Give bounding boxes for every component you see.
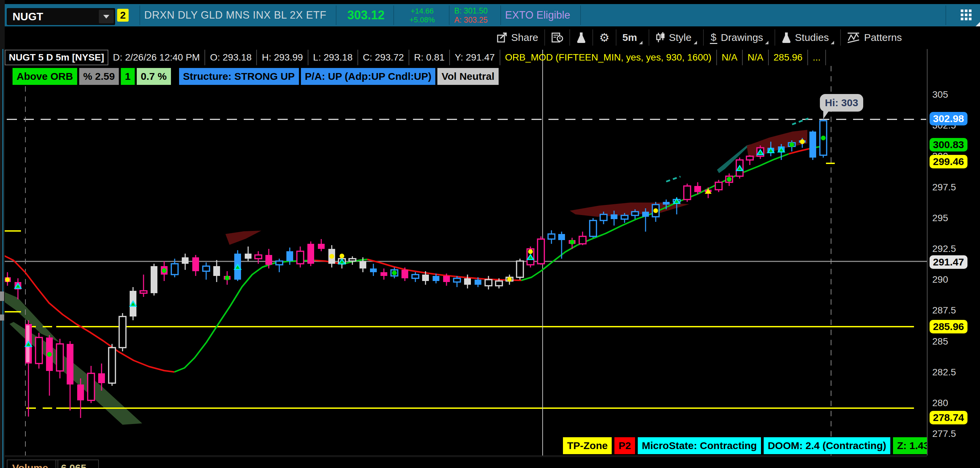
- analysis-tools-button[interactable]: [570, 28, 592, 47]
- candle-body: [579, 236, 586, 244]
- candle-body: [192, 257, 199, 271]
- status-badge: Structure: STRONG UP: [179, 68, 299, 85]
- candle-body: [464, 278, 471, 285]
- chevron-down-icon: [765, 41, 768, 44]
- green-dot-marker: [162, 268, 167, 273]
- candle-body: [360, 261, 366, 268]
- change-absolute: +14.66: [397, 7, 447, 16]
- volume-value: 6,065: [56, 460, 99, 468]
- candle-body: [67, 344, 73, 384]
- axis-tick-label: 282.5: [932, 367, 956, 378]
- axis-price-bubble: 278.74: [929, 411, 967, 424]
- status-badge: Vol Neutral: [437, 68, 499, 85]
- yellow-dot-marker: [507, 277, 512, 282]
- drawings-label: Drawings: [721, 32, 763, 43]
- link-group-badge[interactable]: 2: [117, 9, 129, 22]
- yellow-dot-marker: [5, 277, 10, 282]
- axis-tick-label: 285: [932, 336, 948, 347]
- axis-price-bubble: 299.46: [929, 155, 967, 168]
- left-panel-handle[interactable]: [0, 314, 4, 320]
- bid-value: B: 301.50: [454, 6, 502, 16]
- dollar-icon: $: [710, 32, 718, 44]
- indicator-cloud: [747, 130, 807, 160]
- bid-ask: B: 301.50 A: 303.25: [452, 6, 502, 25]
- gear-icon: ⚙: [599, 32, 609, 43]
- candle-body: [98, 373, 105, 383]
- symbol-input[interactable]: NUGT: [7, 8, 115, 25]
- ohlc-cell: O: 293.18: [205, 50, 257, 65]
- divider: [449, 5, 450, 25]
- green-dot-marker: [225, 276, 229, 280]
- candle-body: [590, 221, 597, 236]
- candle-body: [266, 255, 272, 265]
- volume-label: Volume: [7, 460, 58, 468]
- divider: [945, 5, 946, 25]
- study-value-cell: N/A: [743, 50, 769, 65]
- status-badge: 0.7 %: [137, 68, 171, 85]
- candle-body: [151, 266, 158, 293]
- symbol-dropdown-button[interactable]: [99, 10, 114, 23]
- candle-body: [77, 384, 84, 400]
- studies-button[interactable]: Studies: [775, 28, 840, 47]
- left-accent-border: [2, 49, 3, 468]
- news-calendar-button[interactable]: [545, 28, 570, 47]
- green-dot-marker: [727, 177, 732, 182]
- divider: [580, 5, 581, 25]
- candle-body: [286, 251, 293, 261]
- drawings-button[interactable]: $ Drawings: [704, 28, 775, 47]
- candle-body: [203, 266, 210, 271]
- axis-tick-label: 287.5: [932, 305, 956, 316]
- ohlc-cell: D: 2/26/26 12:40 PM: [108, 50, 205, 65]
- candle-body: [35, 338, 42, 363]
- volume-pane: Volume 6,065: [5, 455, 927, 468]
- green-dot-marker: [821, 136, 826, 140]
- candle-body: [88, 373, 94, 400]
- share-button[interactable]: Share: [490, 28, 544, 47]
- share-icon: [496, 32, 508, 43]
- axis-price-bubble: 300.83: [929, 138, 967, 151]
- grid-layout-icon[interactable]: [961, 10, 972, 21]
- patterns-button[interactable]: Patterns: [841, 28, 908, 47]
- chevron-down-icon: [694, 41, 697, 44]
- study-label[interactable]: ORB_MOD (FIFTEEN_MIN, yes, yes, 930, 160…: [500, 50, 717, 65]
- left-panel-handle[interactable]: [0, 292, 4, 301]
- chevron-down-icon: [639, 41, 643, 44]
- ohlc-cell: C: 293.72: [358, 50, 409, 65]
- chart-title: NUGT 5 D 5m [NYSE]: [5, 50, 108, 65]
- axis-price-bubble: 285.96: [929, 320, 967, 333]
- axis-tick-label: 295: [932, 213, 948, 224]
- candle-body: [422, 274, 429, 281]
- candle-body: [538, 239, 544, 264]
- studies-label: Studies: [795, 32, 829, 43]
- candle-body: [119, 317, 126, 347]
- candlestick-icon: [655, 32, 665, 44]
- candle-body: [433, 276, 439, 281]
- chart-toolbar: Share ⚙ 5m: [5, 26, 980, 49]
- indicator-badge: MicroState: Contracting: [638, 437, 761, 454]
- candle-body: [600, 214, 607, 221]
- candle-body: [746, 156, 753, 160]
- timeframe-button[interactable]: 5m: [616, 28, 649, 47]
- price-axis[interactable]: 305302.5300297.5295292.5290287.5285282.5…: [927, 49, 980, 455]
- quote-bar: NUGT 2 DRXN DLY GLD MNS INX BL 2X ETF 30…: [5, 4, 980, 26]
- style-button[interactable]: Style: [649, 28, 703, 47]
- chart-settings-button[interactable]: ⚙: [593, 28, 616, 47]
- candle-body: [548, 234, 555, 239]
- symbol-description: DRXN DLY GLD MNS INX BL 2X ETF: [144, 4, 326, 26]
- axis-price-bubble: 291.47: [929, 255, 967, 269]
- candle-body: [401, 270, 408, 278]
- candle-body: [213, 266, 220, 276]
- candle-body: [412, 274, 419, 278]
- divider: [336, 5, 336, 25]
- resize-corner-icon[interactable]: [975, 22, 980, 26]
- divider: [393, 5, 394, 25]
- indicator-cloud: [717, 144, 751, 173]
- candle-body: [694, 186, 701, 192]
- symbol-text: NUGT: [7, 11, 99, 23]
- candle-body: [642, 212, 649, 217]
- chevron-down-icon: [103, 15, 109, 19]
- study-value-cell: N/A: [717, 50, 743, 65]
- ohlc-cell: R: 0.81: [409, 50, 450, 65]
- axis-tick-label: 297.5: [932, 182, 956, 193]
- session-high-annotation: Hi: 303: [820, 94, 863, 112]
